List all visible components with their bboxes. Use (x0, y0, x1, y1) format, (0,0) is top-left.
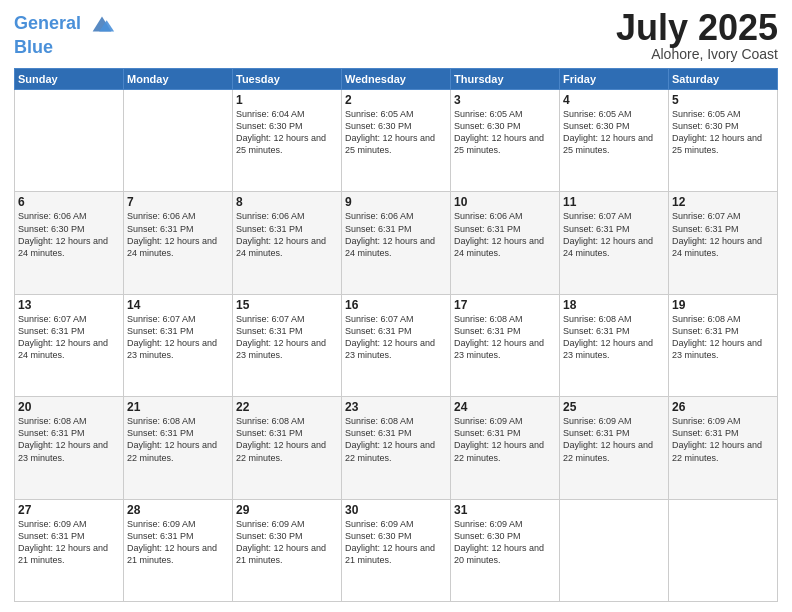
calendar-cell: 17Sunrise: 6:08 AM Sunset: 6:31 PM Dayli… (451, 294, 560, 396)
calendar-cell: 21Sunrise: 6:08 AM Sunset: 6:31 PM Dayli… (124, 397, 233, 499)
logo-text: General (14, 10, 116, 38)
calendar-week-2: 6Sunrise: 6:06 AM Sunset: 6:30 PM Daylig… (15, 192, 778, 294)
calendar-cell: 24Sunrise: 6:09 AM Sunset: 6:31 PM Dayli… (451, 397, 560, 499)
day-number: 29 (236, 503, 338, 517)
day-info: Sunrise: 6:09 AM Sunset: 6:31 PM Dayligh… (127, 518, 229, 567)
day-info: Sunrise: 6:07 AM Sunset: 6:31 PM Dayligh… (18, 313, 120, 362)
day-number: 25 (563, 400, 665, 414)
day-info: Sunrise: 6:05 AM Sunset: 6:30 PM Dayligh… (672, 108, 774, 157)
calendar-cell: 23Sunrise: 6:08 AM Sunset: 6:31 PM Dayli… (342, 397, 451, 499)
calendar-cell: 25Sunrise: 6:09 AM Sunset: 6:31 PM Dayli… (560, 397, 669, 499)
day-info: Sunrise: 6:09 AM Sunset: 6:30 PM Dayligh… (236, 518, 338, 567)
day-number: 7 (127, 195, 229, 209)
day-number: 20 (18, 400, 120, 414)
day-header-saturday: Saturday (669, 69, 778, 90)
calendar-cell: 14Sunrise: 6:07 AM Sunset: 6:31 PM Dayli… (124, 294, 233, 396)
day-info: Sunrise: 6:06 AM Sunset: 6:31 PM Dayligh… (236, 210, 338, 259)
logo-line2: Blue (14, 38, 116, 58)
month-title: July 2025 (616, 10, 778, 46)
calendar-cell: 30Sunrise: 6:09 AM Sunset: 6:30 PM Dayli… (342, 499, 451, 601)
day-number: 23 (345, 400, 447, 414)
calendar-table: SundayMondayTuesdayWednesdayThursdayFrid… (14, 68, 778, 602)
calendar-cell: 2Sunrise: 6:05 AM Sunset: 6:30 PM Daylig… (342, 90, 451, 192)
calendar-cell: 28Sunrise: 6:09 AM Sunset: 6:31 PM Dayli… (124, 499, 233, 601)
day-number: 13 (18, 298, 120, 312)
calendar-cell (15, 90, 124, 192)
day-number: 19 (672, 298, 774, 312)
day-header-sunday: Sunday (15, 69, 124, 90)
day-number: 1 (236, 93, 338, 107)
day-header-monday: Monday (124, 69, 233, 90)
calendar-cell: 15Sunrise: 6:07 AM Sunset: 6:31 PM Dayli… (233, 294, 342, 396)
day-info: Sunrise: 6:09 AM Sunset: 6:30 PM Dayligh… (454, 518, 556, 567)
logo: General Blue (14, 10, 116, 58)
day-number: 6 (18, 195, 120, 209)
calendar-cell: 18Sunrise: 6:08 AM Sunset: 6:31 PM Dayli… (560, 294, 669, 396)
day-info: Sunrise: 6:09 AM Sunset: 6:31 PM Dayligh… (672, 415, 774, 464)
day-info: Sunrise: 6:05 AM Sunset: 6:30 PM Dayligh… (345, 108, 447, 157)
day-info: Sunrise: 6:08 AM Sunset: 6:31 PM Dayligh… (345, 415, 447, 464)
day-number: 11 (563, 195, 665, 209)
calendar-cell: 10Sunrise: 6:06 AM Sunset: 6:31 PM Dayli… (451, 192, 560, 294)
calendar-cell: 16Sunrise: 6:07 AM Sunset: 6:31 PM Dayli… (342, 294, 451, 396)
day-info: Sunrise: 6:07 AM Sunset: 6:31 PM Dayligh… (236, 313, 338, 362)
day-info: Sunrise: 6:08 AM Sunset: 6:31 PM Dayligh… (18, 415, 120, 464)
day-number: 17 (454, 298, 556, 312)
day-info: Sunrise: 6:06 AM Sunset: 6:31 PM Dayligh… (127, 210, 229, 259)
day-header-friday: Friday (560, 69, 669, 90)
day-info: Sunrise: 6:08 AM Sunset: 6:31 PM Dayligh… (236, 415, 338, 464)
calendar-cell (560, 499, 669, 601)
calendar-week-3: 13Sunrise: 6:07 AM Sunset: 6:31 PM Dayli… (15, 294, 778, 396)
day-info: Sunrise: 6:04 AM Sunset: 6:30 PM Dayligh… (236, 108, 338, 157)
title-section: July 2025 Alohore, Ivory Coast (616, 10, 778, 62)
day-number: 12 (672, 195, 774, 209)
day-info: Sunrise: 6:07 AM Sunset: 6:31 PM Dayligh… (345, 313, 447, 362)
day-info: Sunrise: 6:08 AM Sunset: 6:31 PM Dayligh… (127, 415, 229, 464)
calendar-cell: 8Sunrise: 6:06 AM Sunset: 6:31 PM Daylig… (233, 192, 342, 294)
calendar-cell: 9Sunrise: 6:06 AM Sunset: 6:31 PM Daylig… (342, 192, 451, 294)
day-info: Sunrise: 6:08 AM Sunset: 6:31 PM Dayligh… (454, 313, 556, 362)
calendar-cell: 6Sunrise: 6:06 AM Sunset: 6:30 PM Daylig… (15, 192, 124, 294)
day-info: Sunrise: 6:06 AM Sunset: 6:31 PM Dayligh… (345, 210, 447, 259)
day-number: 5 (672, 93, 774, 107)
day-number: 3 (454, 93, 556, 107)
calendar-cell (669, 499, 778, 601)
day-number: 26 (672, 400, 774, 414)
calendar-cell: 4Sunrise: 6:05 AM Sunset: 6:30 PM Daylig… (560, 90, 669, 192)
day-number: 14 (127, 298, 229, 312)
calendar-cell: 20Sunrise: 6:08 AM Sunset: 6:31 PM Dayli… (15, 397, 124, 499)
day-number: 10 (454, 195, 556, 209)
calendar-cell: 12Sunrise: 6:07 AM Sunset: 6:31 PM Dayli… (669, 192, 778, 294)
location-subtitle: Alohore, Ivory Coast (616, 46, 778, 62)
day-info: Sunrise: 6:06 AM Sunset: 6:31 PM Dayligh… (454, 210, 556, 259)
calendar-cell: 29Sunrise: 6:09 AM Sunset: 6:30 PM Dayli… (233, 499, 342, 601)
day-info: Sunrise: 6:08 AM Sunset: 6:31 PM Dayligh… (563, 313, 665, 362)
day-header-wednesday: Wednesday (342, 69, 451, 90)
day-number: 24 (454, 400, 556, 414)
calendar-cell: 13Sunrise: 6:07 AM Sunset: 6:31 PM Dayli… (15, 294, 124, 396)
calendar-cell: 27Sunrise: 6:09 AM Sunset: 6:31 PM Dayli… (15, 499, 124, 601)
day-info: Sunrise: 6:09 AM Sunset: 6:30 PM Dayligh… (345, 518, 447, 567)
calendar-cell: 1Sunrise: 6:04 AM Sunset: 6:30 PM Daylig… (233, 90, 342, 192)
day-number: 15 (236, 298, 338, 312)
day-info: Sunrise: 6:09 AM Sunset: 6:31 PM Dayligh… (563, 415, 665, 464)
calendar-cell: 11Sunrise: 6:07 AM Sunset: 6:31 PM Dayli… (560, 192, 669, 294)
calendar-cell: 5Sunrise: 6:05 AM Sunset: 6:30 PM Daylig… (669, 90, 778, 192)
calendar-cell: 19Sunrise: 6:08 AM Sunset: 6:31 PM Dayli… (669, 294, 778, 396)
day-number: 30 (345, 503, 447, 517)
day-info: Sunrise: 6:07 AM Sunset: 6:31 PM Dayligh… (672, 210, 774, 259)
day-header-tuesday: Tuesday (233, 69, 342, 90)
calendar-cell: 26Sunrise: 6:09 AM Sunset: 6:31 PM Dayli… (669, 397, 778, 499)
calendar-week-5: 27Sunrise: 6:09 AM Sunset: 6:31 PM Dayli… (15, 499, 778, 601)
day-info: Sunrise: 6:05 AM Sunset: 6:30 PM Dayligh… (563, 108, 665, 157)
day-number: 2 (345, 93, 447, 107)
calendar-cell: 22Sunrise: 6:08 AM Sunset: 6:31 PM Dayli… (233, 397, 342, 499)
day-number: 21 (127, 400, 229, 414)
page: General Blue July 2025 Alohore, Ivory Co… (0, 0, 792, 612)
day-number: 8 (236, 195, 338, 209)
day-number: 27 (18, 503, 120, 517)
calendar-cell: 7Sunrise: 6:06 AM Sunset: 6:31 PM Daylig… (124, 192, 233, 294)
calendar-week-4: 20Sunrise: 6:08 AM Sunset: 6:31 PM Dayli… (15, 397, 778, 499)
day-info: Sunrise: 6:09 AM Sunset: 6:31 PM Dayligh… (454, 415, 556, 464)
header: General Blue July 2025 Alohore, Ivory Co… (14, 10, 778, 62)
